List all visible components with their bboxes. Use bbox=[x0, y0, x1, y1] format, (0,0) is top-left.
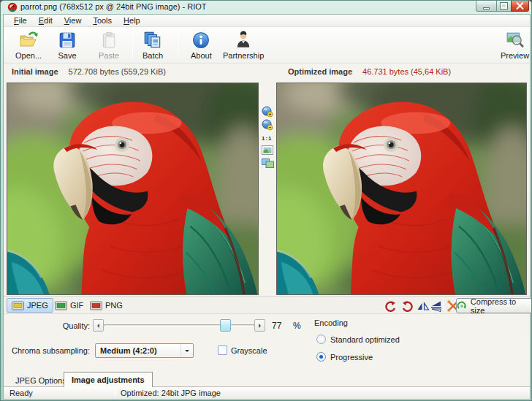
minimize-button[interactable] bbox=[476, 1, 497, 12]
zoom-out-icon[interactable] bbox=[262, 119, 273, 131]
preview-button[interactable]: Preview bbox=[498, 29, 532, 61]
tab-image-adjustments[interactable]: Image adjustments bbox=[64, 372, 153, 387]
info-icon bbox=[191, 31, 210, 50]
window-title: parrot.png (768x512 px @ 24bit PNG image… bbox=[20, 2, 207, 11]
chroma-subsampling-select[interactable]: Medium (4:2:0) bbox=[95, 343, 194, 358]
preview-icon bbox=[506, 31, 525, 50]
quality-slider-track[interactable] bbox=[104, 324, 254, 326]
options-tab-bar: JPEG Options Image adjustments bbox=[4, 371, 530, 387]
about-button[interactable]: About bbox=[188, 29, 215, 61]
menu-file[interactable]: File bbox=[8, 15, 33, 26]
compress-icon bbox=[457, 301, 467, 311]
rotate-left-icon[interactable] bbox=[384, 299, 398, 313]
maximize-button[interactable] bbox=[496, 1, 512, 12]
encoding-standard-label: Standard optimized bbox=[330, 335, 400, 344]
quality-slider-thumb[interactable] bbox=[220, 319, 231, 332]
riot-window: parrot.png (768x512 px @ 24bit PNG image… bbox=[0, 0, 532, 401]
open-button[interactable]: Open... bbox=[12, 29, 45, 61]
quality-slider-increase[interactable] bbox=[254, 319, 265, 332]
optimized-image-view[interactable] bbox=[276, 83, 527, 295]
encoding-progressive-radio[interactable] bbox=[316, 352, 326, 362]
menu-bar: File Edit View Tools Help bbox=[4, 15, 530, 27]
optimized-image-label: Optimized image bbox=[288, 67, 352, 76]
main-toolbar: Open... Save Paste bbox=[4, 27, 530, 64]
compress-to-size-button[interactable]: Compress to size bbox=[456, 298, 532, 313]
dual-view-icon[interactable] bbox=[262, 159, 274, 168]
file-stack-icon bbox=[142, 31, 163, 50]
optimized-parrot-image bbox=[277, 83, 526, 294]
partnership-button[interactable]: Partnership bbox=[220, 29, 267, 61]
fit-image-icon[interactable] bbox=[262, 145, 273, 155]
status-info: Optimized: 24bit JPG image bbox=[121, 389, 221, 397]
initial-image-caption: Initial image 572.708 bytes (559,29 KiB) bbox=[12, 67, 166, 76]
titlebar: parrot.png (768x512 px @ 24bit PNG image… bbox=[1, 1, 531, 14]
menu-view[interactable]: View bbox=[58, 15, 88, 26]
app-icon bbox=[7, 2, 18, 12]
png-icon bbox=[90, 301, 102, 310]
flip-vertical-icon[interactable] bbox=[430, 299, 443, 313]
chroma-dropdown-arrow[interactable] bbox=[180, 344, 193, 357]
folder-open-icon bbox=[18, 31, 39, 50]
grayscale-label: Grayscale bbox=[231, 346, 267, 355]
menu-tools[interactable]: Tools bbox=[87, 15, 118, 26]
clipboard-icon bbox=[99, 31, 118, 50]
zoom-in-icon[interactable] bbox=[262, 106, 273, 118]
menu-edit[interactable]: Edit bbox=[33, 15, 58, 26]
flip-horizontal-icon[interactable] bbox=[417, 299, 430, 313]
quality-slider-decrease[interactable] bbox=[93, 319, 104, 332]
initial-image-view[interactable] bbox=[7, 83, 259, 295]
initial-image-size: 572.708 bytes (559,29 KiB) bbox=[69, 67, 166, 76]
jpeg-icon bbox=[12, 301, 24, 310]
quality-label: Quality: bbox=[48, 321, 90, 330]
quality-value: 77 bbox=[272, 321, 281, 331]
person-icon bbox=[234, 31, 253, 50]
status-separator bbox=[115, 388, 115, 398]
save-button[interactable]: Save bbox=[55, 29, 80, 61]
tab-gif[interactable]: GIF bbox=[50, 298, 88, 313]
toolbar-separator bbox=[132, 31, 133, 58]
initial-image-label: Initial image bbox=[12, 67, 58, 76]
paste-button[interactable]: Paste bbox=[96, 29, 122, 61]
close-button[interactable] bbox=[511, 1, 529, 12]
batch-button[interactable]: Batch bbox=[140, 29, 166, 61]
actual-size-button[interactable]: 1:1 bbox=[262, 135, 273, 142]
optimized-image-caption: Optimized image 46.731 bytes (45,64 KiB) bbox=[288, 67, 451, 76]
encoding-standard-radio[interactable] bbox=[316, 335, 326, 344]
floppy-icon bbox=[58, 31, 77, 50]
encoding-group-title: Encoding bbox=[314, 318, 348, 327]
grayscale-checkbox[interactable] bbox=[218, 345, 227, 355]
format-bar: JPEG GIF PNG bbox=[4, 296, 530, 314]
quality-unit: % bbox=[293, 321, 301, 331]
tab-png[interactable]: PNG bbox=[86, 298, 127, 313]
initial-parrot-image bbox=[7, 83, 258, 294]
chroma-label: Chroma subsampling: bbox=[4, 346, 90, 355]
jpeg-options-panel: Quality: 77 % Chroma subsampling: Medium… bbox=[4, 315, 530, 371]
gif-icon bbox=[55, 301, 67, 310]
status-bar: Ready Optimized: 24bit JPG image bbox=[4, 387, 530, 399]
encoding-progressive-label: Progressive bbox=[330, 353, 373, 362]
optimized-image-size: 46.731 bytes (45,64 KiB) bbox=[362, 67, 451, 76]
menu-help[interactable]: Help bbox=[118, 15, 146, 26]
toolbar-separator bbox=[178, 31, 178, 58]
status-state: Ready bbox=[10, 389, 33, 397]
rotate-right-icon[interactable] bbox=[400, 299, 414, 313]
tab-jpeg[interactable]: JPEG bbox=[7, 298, 53, 313]
format-bar-separator bbox=[443, 300, 444, 311]
